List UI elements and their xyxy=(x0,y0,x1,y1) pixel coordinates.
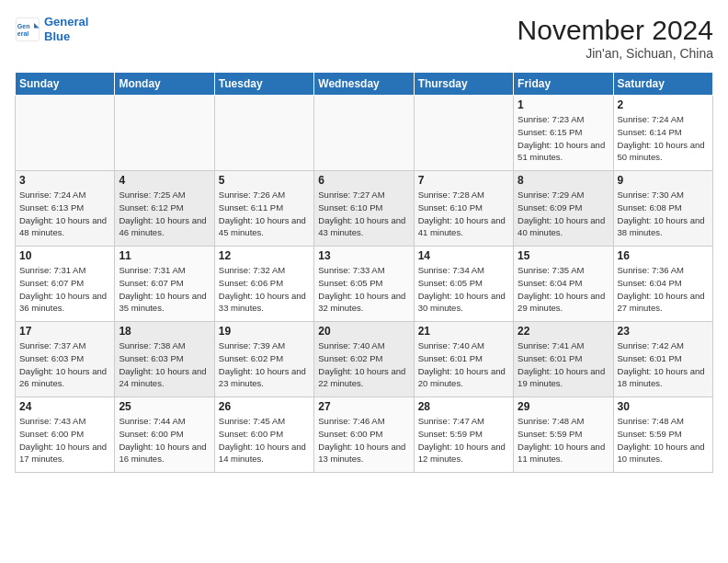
day-number: 16 xyxy=(618,249,709,262)
day-number: 20 xyxy=(318,325,409,338)
day-info: Sunrise: 7:34 AM Sunset: 6:05 PM Dayligh… xyxy=(418,264,509,315)
day-info: Sunrise: 7:25 AM Sunset: 6:12 PM Dayligh… xyxy=(119,189,210,239)
calendar-week-row: 10Sunrise: 7:31 AM Sunset: 6:07 PM Dayli… xyxy=(16,247,713,322)
title-block: November 2024 Jin'an, Sichuan, China xyxy=(518,15,713,61)
day-info: Sunrise: 7:38 AM Sunset: 6:03 PM Dayligh… xyxy=(119,339,210,390)
day-number: 24 xyxy=(19,400,110,413)
calendar-cell: 24Sunrise: 7:43 AM Sunset: 6:00 PM Dayli… xyxy=(16,397,115,473)
day-info: Sunrise: 7:39 AM Sunset: 6:02 PM Dayligh… xyxy=(219,339,310,390)
day-info: Sunrise: 7:42 AM Sunset: 6:01 PM Dayligh… xyxy=(618,339,709,390)
calendar-cell xyxy=(16,96,115,171)
day-info: Sunrise: 7:28 AM Sunset: 6:10 PM Dayligh… xyxy=(418,189,509,239)
day-number: 26 xyxy=(219,400,310,413)
calendar-cell: 25Sunrise: 7:44 AM Sunset: 6:00 PM Dayli… xyxy=(115,397,214,473)
day-number: 14 xyxy=(418,249,509,262)
location: Jin'an, Sichuan, China xyxy=(518,46,713,61)
calendar-cell: 4Sunrise: 7:25 AM Sunset: 6:12 PM Daylig… xyxy=(115,171,214,247)
calendar-week-row: 17Sunrise: 7:37 AM Sunset: 6:03 PM Dayli… xyxy=(16,322,713,397)
calendar-cell: 20Sunrise: 7:40 AM Sunset: 6:02 PM Dayli… xyxy=(314,322,414,397)
calendar-cell: 23Sunrise: 7:42 AM Sunset: 6:01 PM Dayli… xyxy=(613,322,712,397)
calendar-week-row: 3Sunrise: 7:24 AM Sunset: 6:13 PM Daylig… xyxy=(16,171,713,247)
day-info: Sunrise: 7:24 AM Sunset: 6:14 PM Dayligh… xyxy=(618,113,709,164)
day-info: Sunrise: 7:46 AM Sunset: 6:00 PM Dayligh… xyxy=(318,415,409,465)
day-number: 18 xyxy=(119,325,210,338)
calendar-cell: 3Sunrise: 7:24 AM Sunset: 6:13 PM Daylig… xyxy=(16,171,115,247)
day-info: Sunrise: 7:41 AM Sunset: 6:01 PM Dayligh… xyxy=(518,339,609,390)
calendar-cell: 18Sunrise: 7:38 AM Sunset: 6:03 PM Dayli… xyxy=(115,322,214,397)
weekday-header-row: SundayMondayTuesdayWednesdayThursdayFrid… xyxy=(16,73,713,96)
day-number: 15 xyxy=(518,249,609,262)
day-number: 23 xyxy=(618,325,709,338)
svg-text:Gen: Gen xyxy=(17,22,30,29)
calendar-cell: 28Sunrise: 7:47 AM Sunset: 5:59 PM Dayli… xyxy=(414,397,513,473)
day-info: Sunrise: 7:37 AM Sunset: 6:03 PM Dayligh… xyxy=(19,339,110,390)
svg-rect-0 xyxy=(16,17,39,40)
day-info: Sunrise: 7:35 AM Sunset: 6:04 PM Dayligh… xyxy=(518,264,609,315)
calendar-cell: 17Sunrise: 7:37 AM Sunset: 6:03 PM Dayli… xyxy=(16,322,115,397)
weekday-header-tuesday: Tuesday xyxy=(214,73,313,96)
day-number: 5 xyxy=(219,174,310,187)
day-number: 6 xyxy=(318,174,409,187)
calendar-cell: 29Sunrise: 7:48 AM Sunset: 5:59 PM Dayli… xyxy=(514,397,613,473)
day-info: Sunrise: 7:36 AM Sunset: 6:04 PM Dayligh… xyxy=(618,264,709,315)
calendar-cell: 1Sunrise: 7:23 AM Sunset: 6:15 PM Daylig… xyxy=(514,96,613,171)
month-title: November 2024 xyxy=(518,15,713,46)
day-info: Sunrise: 7:27 AM Sunset: 6:10 PM Dayligh… xyxy=(318,189,409,239)
day-number: 7 xyxy=(418,174,509,187)
day-number: 17 xyxy=(19,325,110,338)
day-number: 30 xyxy=(618,400,709,413)
calendar-week-row: 24Sunrise: 7:43 AM Sunset: 6:00 PM Dayli… xyxy=(16,397,713,473)
calendar-cell xyxy=(115,96,214,171)
day-number: 10 xyxy=(19,249,110,262)
calendar-cell: 19Sunrise: 7:39 AM Sunset: 6:02 PM Dayli… xyxy=(214,322,313,397)
day-info: Sunrise: 7:24 AM Sunset: 6:13 PM Dayligh… xyxy=(19,189,110,239)
calendar-cell: 15Sunrise: 7:35 AM Sunset: 6:04 PM Dayli… xyxy=(514,247,613,322)
page-header: Gen eral General Blue November 2024 Jin'… xyxy=(15,15,713,61)
day-number: 29 xyxy=(518,400,609,413)
calendar-cell: 16Sunrise: 7:36 AM Sunset: 6:04 PM Dayli… xyxy=(613,247,712,322)
calendar-cell: 8Sunrise: 7:29 AM Sunset: 6:09 PM Daylig… xyxy=(514,171,613,247)
calendar-cell: 10Sunrise: 7:31 AM Sunset: 6:07 PM Dayli… xyxy=(16,247,115,322)
day-info: Sunrise: 7:29 AM Sunset: 6:09 PM Dayligh… xyxy=(518,189,609,239)
calendar-cell: 13Sunrise: 7:33 AM Sunset: 6:05 PM Dayli… xyxy=(314,247,414,322)
day-number: 22 xyxy=(518,325,609,338)
day-number: 19 xyxy=(219,325,310,338)
day-info: Sunrise: 7:30 AM Sunset: 6:08 PM Dayligh… xyxy=(618,189,709,239)
weekday-header-wednesday: Wednesday xyxy=(314,73,414,96)
weekday-header-sunday: Sunday xyxy=(16,73,115,96)
calendar-cell: 22Sunrise: 7:41 AM Sunset: 6:01 PM Dayli… xyxy=(514,322,613,397)
day-info: Sunrise: 7:31 AM Sunset: 6:07 PM Dayligh… xyxy=(119,264,210,315)
calendar-cell: 9Sunrise: 7:30 AM Sunset: 6:08 PM Daylig… xyxy=(613,171,712,247)
calendar-cell: 7Sunrise: 7:28 AM Sunset: 6:10 PM Daylig… xyxy=(414,171,513,247)
weekday-header-thursday: Thursday xyxy=(414,73,513,96)
calendar-cell: 5Sunrise: 7:26 AM Sunset: 6:11 PM Daylig… xyxy=(214,171,313,247)
weekday-header-saturday: Saturday xyxy=(613,73,712,96)
calendar-cell: 6Sunrise: 7:27 AM Sunset: 6:10 PM Daylig… xyxy=(314,171,414,247)
day-number: 12 xyxy=(219,249,310,262)
day-number: 27 xyxy=(318,400,409,413)
calendar-cell xyxy=(214,96,313,171)
logo-text: General Blue xyxy=(44,15,88,43)
weekday-header-friday: Friday xyxy=(514,73,613,96)
day-info: Sunrise: 7:44 AM Sunset: 6:00 PM Dayligh… xyxy=(119,415,210,465)
day-info: Sunrise: 7:45 AM Sunset: 6:00 PM Dayligh… xyxy=(219,415,310,465)
day-number: 8 xyxy=(518,174,609,187)
day-info: Sunrise: 7:48 AM Sunset: 5:59 PM Dayligh… xyxy=(518,415,609,465)
day-number: 3 xyxy=(19,174,110,187)
weekday-header-monday: Monday xyxy=(115,73,214,96)
day-info: Sunrise: 7:47 AM Sunset: 5:59 PM Dayligh… xyxy=(418,415,509,465)
svg-text:eral: eral xyxy=(17,30,29,37)
day-number: 28 xyxy=(418,400,509,413)
day-info: Sunrise: 7:48 AM Sunset: 5:59 PM Dayligh… xyxy=(618,415,709,465)
day-info: Sunrise: 7:40 AM Sunset: 6:01 PM Dayligh… xyxy=(418,339,509,390)
day-number: 4 xyxy=(119,174,210,187)
day-number: 11 xyxy=(119,249,210,262)
day-number: 21 xyxy=(418,325,509,338)
day-info: Sunrise: 7:32 AM Sunset: 6:06 PM Dayligh… xyxy=(219,264,310,315)
calendar-cell: 11Sunrise: 7:31 AM Sunset: 6:07 PM Dayli… xyxy=(115,247,214,322)
calendar-cell: 12Sunrise: 7:32 AM Sunset: 6:06 PM Dayli… xyxy=(214,247,313,322)
day-info: Sunrise: 7:40 AM Sunset: 6:02 PM Dayligh… xyxy=(318,339,409,390)
calendar-week-row: 1Sunrise: 7:23 AM Sunset: 6:15 PM Daylig… xyxy=(16,96,713,171)
calendar-cell: 21Sunrise: 7:40 AM Sunset: 6:01 PM Dayli… xyxy=(414,322,513,397)
calendar-cell: 26Sunrise: 7:45 AM Sunset: 6:00 PM Dayli… xyxy=(214,397,313,473)
